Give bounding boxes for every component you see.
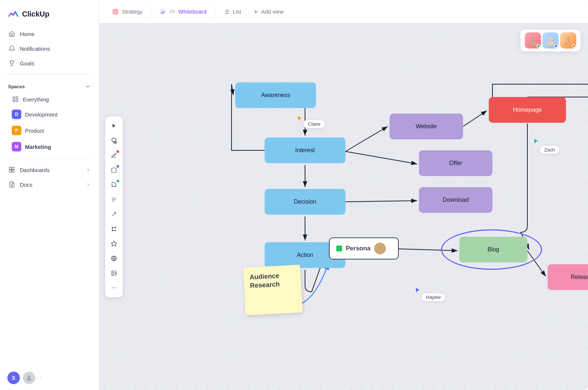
tool-note-dot [116, 180, 119, 182]
svg-line-25 [112, 212, 115, 216]
collaborators-panel [520, 29, 581, 51]
tool-text[interactable] [107, 193, 121, 206]
svg-point-42 [548, 37, 552, 41]
homepage-node[interactable]: Homepage [489, 97, 566, 123]
tool-image[interactable] [107, 266, 121, 280]
svg-rect-54 [336, 246, 342, 251]
svg-rect-2 [13, 100, 15, 102]
tool-ai[interactable] [107, 237, 121, 250]
sidebar-item-docs[interactable]: Docs [4, 177, 95, 192]
svg-rect-1 [16, 97, 18, 99]
header: Strategy 29 Whiteboard List Add view [99, 0, 588, 24]
svg-point-43 [566, 37, 570, 41]
persona-avatar [374, 243, 386, 254]
svg-rect-0 [13, 97, 15, 99]
svg-point-26 [112, 227, 113, 228]
cursor-icon-claire [296, 115, 304, 124]
svg-rect-7 [12, 170, 14, 172]
decision-node[interactable]: Decision [265, 189, 345, 215]
svg-point-39 [114, 287, 114, 288]
divider-2 [7, 158, 92, 159]
sidebar-footer: S [0, 366, 99, 390]
sidebar: ClickUp Home Notifications Goals Spaces [0, 0, 99, 390]
interest-node[interactable]: Interest [265, 137, 345, 163]
main-area: Strategy 29 Whiteboard List Add view [99, 0, 588, 390]
tool-arrow[interactable] [107, 208, 121, 221]
svg-rect-3 [16, 100, 18, 102]
tool-rect[interactable] [107, 164, 121, 177]
sidebar-nav: Home Notifications Goals [0, 26, 99, 71]
svg-point-41 [531, 37, 535, 41]
collab-dot-3 [572, 44, 576, 48]
sidebar-item-goals[interactable]: Goals [4, 56, 95, 71]
trophy-icon [8, 60, 15, 67]
svg-point-28 [112, 230, 113, 231]
offer-node[interactable]: Offer [419, 150, 492, 176]
svg-line-49 [345, 126, 388, 151]
sidebar-item-dashboards[interactable]: Dashboards [4, 162, 95, 177]
sticky-note-audience[interactable]: AudienceResearch [243, 265, 303, 315]
development-badge: D [12, 110, 21, 119]
sidebar-item-home[interactable]: Home [4, 26, 95, 41]
docs-icon [8, 181, 15, 188]
sidebar-item-development[interactable]: D Development [4, 106, 95, 122]
tool-connect[interactable] [107, 222, 121, 236]
list-icon [223, 8, 230, 15]
tool-globe[interactable] [107, 252, 121, 265]
strategy-icon [112, 8, 119, 15]
blog-node[interactable]: Blog [459, 237, 527, 262]
persona-icon [336, 246, 342, 251]
sidebar-item-product[interactable]: P Product [4, 122, 95, 139]
collab-avatar-3 [560, 32, 576, 49]
svg-marker-33 [111, 241, 117, 246]
bell-icon [8, 45, 15, 52]
cursor-icon-haylee [414, 286, 422, 296]
add-view-button[interactable]: Add view [248, 6, 288, 18]
clickup-logo-icon [7, 8, 19, 20]
plus-icon [253, 9, 259, 15]
list-tab[interactable]: List [218, 6, 246, 18]
logo[interactable]: ClickUp [0, 0, 99, 26]
user-avatar-s: S [7, 372, 20, 384]
whiteboard-canvas[interactable]: Awareness Interest Decision Action Websi… [99, 24, 588, 390]
tool-pen-dot [116, 150, 119, 153]
marketing-badge: M [12, 142, 21, 151]
header-divider-2 [215, 7, 215, 17]
svg-point-38 [112, 287, 112, 288]
chevron-down-icon [38, 376, 43, 380]
tool-rect-dot [116, 165, 119, 168]
website-node[interactable]: Website [390, 114, 463, 139]
tool-add[interactable] [107, 134, 121, 147]
svg-point-27 [115, 227, 116, 228]
tool-note[interactable] [107, 178, 121, 192]
download-node[interactable]: Download [419, 187, 492, 213]
tool-select[interactable] [107, 119, 121, 133]
svg-point-55 [379, 246, 382, 249]
svg-point-29 [115, 230, 116, 231]
release-node[interactable]: Release [548, 264, 588, 290]
whiteboard-tab[interactable]: 29 Whiteboard [154, 5, 212, 18]
divider-1 [7, 74, 92, 75]
awareness-node[interactable]: Awareness [235, 82, 316, 108]
svg-rect-24 [112, 168, 116, 172]
svg-rect-6 [9, 170, 11, 172]
product-badge: P [12, 126, 21, 135]
collab-avatar-1 [525, 32, 541, 49]
collab-avatar-2 [542, 32, 559, 49]
strategy-tab[interactable]: Strategy [107, 5, 148, 18]
sidebar-item-everything[interactable]: Everything [4, 92, 95, 106]
svg-point-40 [115, 287, 116, 288]
cursor-haylee: Haylee [421, 293, 445, 301]
user-avatar-2 [23, 372, 35, 384]
spaces-header: Spaces [0, 78, 99, 92]
persona-box[interactable]: Persona [329, 237, 399, 260]
sidebar-item-marketing[interactable]: M Marketing [4, 139, 95, 155]
toolbar [105, 117, 123, 297]
sidebar-item-notifications[interactable]: Notifications [4, 41, 95, 56]
cursor-icon-zach [533, 137, 540, 147]
svg-rect-5 [12, 167, 14, 169]
cursor-zach: Zach [539, 146, 560, 154]
tool-pen[interactable] [107, 149, 121, 162]
tool-more[interactable] [107, 281, 121, 294]
svg-point-37 [113, 272, 114, 272]
